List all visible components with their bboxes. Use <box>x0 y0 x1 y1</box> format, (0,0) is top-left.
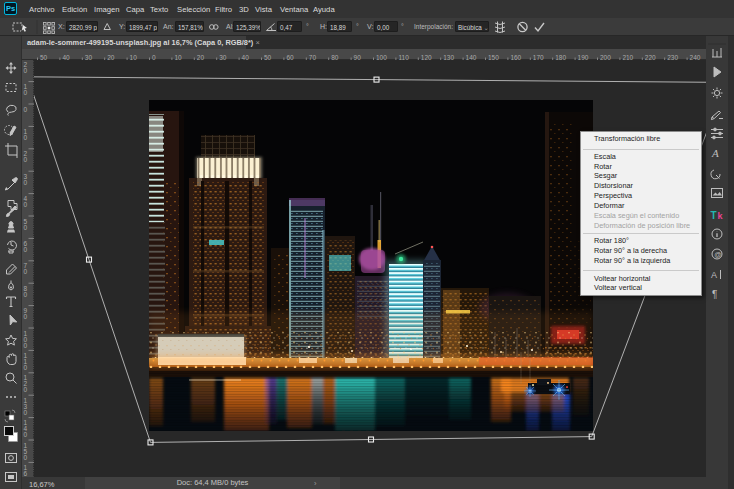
svg-text:80: 80 <box>24 285 28 298</box>
svg-text:90: 90 <box>24 307 28 320</box>
svg-text:0: 0 <box>24 106 28 113</box>
svg-text:60: 60 <box>24 240 28 253</box>
svg-text:40: 40 <box>24 195 28 208</box>
svg-text:A: A <box>711 270 717 280</box>
svg-text:50: 50 <box>24 218 28 231</box>
svg-text:100: 100 <box>24 330 28 349</box>
svg-text:T: T <box>711 210 717 221</box>
svg-text:110: 110 <box>24 352 28 371</box>
svg-text:@: @ <box>714 251 721 258</box>
svg-text:140: 140 <box>24 419 28 438</box>
svg-text:150: 150 <box>24 442 28 461</box>
svg-text:10: 10 <box>24 128 28 141</box>
svg-text:10: 10 <box>24 83 28 96</box>
svg-text:¶: ¶ <box>712 289 717 300</box>
svg-text:160: 160 <box>24 464 28 477</box>
svg-text:k: k <box>718 211 724 221</box>
svg-text:20: 20 <box>24 61 28 74</box>
svg-text:120: 120 <box>24 374 28 393</box>
svg-text:A: A <box>711 147 719 159</box>
svg-text:70: 70 <box>24 262 28 275</box>
svg-text:20: 20 <box>24 150 28 163</box>
svg-text:30: 30 <box>24 173 28 186</box>
svg-text:130: 130 <box>24 397 28 416</box>
